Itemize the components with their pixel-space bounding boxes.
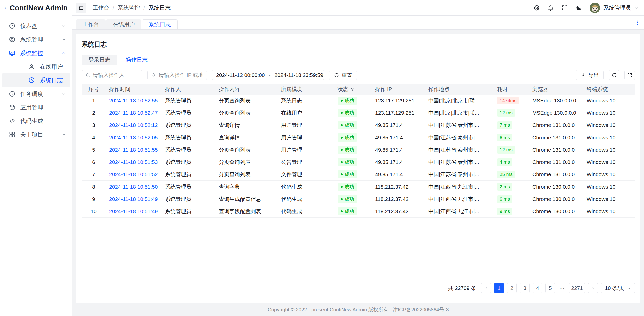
nav-tab-online-users[interactable]: 在线用户 <box>106 19 141 29</box>
pagination-ellipsis[interactable]: ⋯ <box>558 283 566 293</box>
sidebar-collapse-button[interactable] <box>76 3 86 13</box>
card-spacer <box>82 218 635 283</box>
chevron-down-icon <box>62 132 66 137</box>
tab-operation-log[interactable]: 操作日志 <box>119 55 154 65</box>
time-link[interactable]: 2024-11-18 10:52:55 <box>109 98 158 104</box>
fullscreen-icon[interactable] <box>561 5 568 11</box>
col-status: 状态 <box>334 86 372 93</box>
time-link[interactable]: 2024-11-18 10:51:53 <box>109 159 158 165</box>
dashboard-icon <box>9 22 16 29</box>
cell-ip: 118.212.37.42 <box>372 184 425 190</box>
time-link[interactable]: 2024-11-18 10:51:55 <box>109 147 158 153</box>
operator-search-input[interactable] <box>93 72 139 78</box>
pagination-page-1[interactable]: 1 <box>494 283 504 293</box>
cell-time: 2024-11-18 10:52:12 <box>106 122 162 128</box>
cell-operator: 系统管理员 <box>162 146 215 153</box>
time-link[interactable]: 2024-11-18 10:51:49 <box>109 208 158 214</box>
sidebar-item-label: 关于项目 <box>20 131 43 139</box>
status-badge: 成功 <box>338 121 357 129</box>
pagination-page-4[interactable]: 4 <box>533 283 542 293</box>
moon-icon[interactable] <box>576 5 582 11</box>
cell-status: 成功 <box>334 170 372 178</box>
nav-tab-workbench[interactable]: 工作台 <box>76 19 106 29</box>
chevron-down-icon <box>62 92 66 96</box>
duration-badge: 12 ms <box>497 146 515 154</box>
export-button[interactable]: 导出 <box>576 70 604 80</box>
ip-search-field[interactable] <box>147 70 207 80</box>
status-dot <box>341 210 343 212</box>
cell-time: 2024-11-18 10:52:55 <box>106 98 162 104</box>
time-link[interactable]: 2024-11-18 10:52:05 <box>109 134 158 141</box>
bell-icon[interactable] <box>547 5 554 11</box>
user-icon <box>28 63 35 70</box>
sidebar-item-dashboard[interactable]: 仪表盘 <box>0 19 72 33</box>
table-body: 12024-11-18 10:52:55系统管理员分页查询列表系统日志成功123… <box>82 95 635 218</box>
chevron-left-icon <box>484 286 488 290</box>
chevron-down-icon <box>62 24 66 28</box>
sidebar-item-system-log[interactable]: 系统日志 <box>2 73 70 87</box>
user-name: 系统管理员 <box>603 4 631 12</box>
cell-browser: Chrome 131.0.0.0 <box>529 122 583 128</box>
status-badge: 成功 <box>338 146 357 154</box>
time-link[interactable]: 2024-11-18 10:51:49 <box>109 196 158 202</box>
filter-funnel-icon[interactable] <box>350 87 355 92</box>
cell-content: 查询详情 <box>215 134 277 141</box>
pagination-page-2[interactable]: 2 <box>507 283 517 293</box>
cell-index: 2 <box>82 110 106 116</box>
sidebar-item-about-project[interactable]: 关于项目 <box>0 128 72 141</box>
nav-tab-system-log[interactable]: 系统日志 <box>142 19 178 29</box>
cell-status: 成功 <box>334 207 372 215</box>
status-badge: 成功 <box>338 97 357 105</box>
time-link[interactable]: 2024-11-18 10:52:47 <box>109 110 158 116</box>
ip-search-input[interactable] <box>159 72 203 78</box>
sidebar-item-system-monitor[interactable]: 系统监控 <box>0 46 72 60</box>
cell-content: 分页查询列表 <box>215 171 277 178</box>
time-link[interactable]: 2024-11-18 10:51:52 <box>109 171 158 177</box>
operator-search-field[interactable] <box>82 70 142 80</box>
cell-location: 中国|江苏省|泰州市|... <box>425 122 494 129</box>
cell-browser: MSEdge 130.0.0.0 <box>529 110 583 116</box>
breadcrumb-item[interactable]: 系统监控 <box>118 4 140 12</box>
cell-operator: 系统管理员 <box>162 183 215 190</box>
status-dot <box>341 186 343 188</box>
cell-os: Windows 10 <box>583 147 635 153</box>
status-dot <box>341 100 343 102</box>
user-menu[interactable]: 系统管理员 <box>590 3 638 13</box>
status-badge: 成功 <box>338 183 357 191</box>
cell-duration: 6 ms <box>494 134 529 141</box>
cell-ip: 118.212.37.42 <box>372 196 425 202</box>
pagination-prev-button[interactable] <box>481 283 491 293</box>
refresh-table-button[interactable] <box>609 70 619 80</box>
cell-operator: 系统管理员 <box>162 109 215 116</box>
vertical-dots-icon[interactable] <box>635 20 640 25</box>
chevron-up-icon <box>62 51 66 55</box>
sidebar-item-app-management[interactable]: 应用管理 <box>0 101 72 114</box>
tab-login-log[interactable]: 登录日志 <box>82 55 117 65</box>
cell-duration: 25 ms <box>494 171 529 178</box>
date-range-picker[interactable]: 2024-11-12 00:00:00 - 2024-11-18 23:59:5… <box>212 70 324 80</box>
page-size-select[interactable]: 10 条/页 <box>601 283 635 293</box>
table-row: 32024-11-18 10:52:12系统管理员查询详情用户管理成功49.85… <box>82 119 635 131</box>
sidebar-item-task-scheduler[interactable]: 任务调度 <box>0 87 72 101</box>
breadcrumb-item[interactable]: 工作台 <box>93 4 109 12</box>
pagination-page-2271[interactable]: 2271 <box>569 283 585 293</box>
status-dot <box>341 149 343 151</box>
status-badge: 成功 <box>338 207 357 215</box>
sidebar-item-code-generation[interactable]: 代码生成 <box>0 114 72 128</box>
pagination-page-3[interactable]: 3 <box>520 283 530 293</box>
pagination-page-5[interactable]: 5 <box>545 283 555 293</box>
time-link[interactable]: 2024-11-18 10:52:12 <box>109 122 158 128</box>
table-row: 52024-11-18 10:51:55系统管理员分页查询列表用户管理成功49.… <box>82 144 635 156</box>
sidebar-item-label: 仪表盘 <box>20 22 37 30</box>
pagination-next-button[interactable] <box>588 283 598 293</box>
settings-gear-icon[interactable] <box>533 5 540 11</box>
time-link[interactable]: 2024-11-18 10:51:50 <box>109 184 158 190</box>
table-fullscreen-button[interactable] <box>624 70 635 80</box>
cell-content: 分页查询列表 <box>215 97 277 104</box>
sidebar-item-system-management[interactable]: 系统管理 <box>0 33 72 46</box>
sidebar-item-online-users[interactable]: 在线用户 <box>2 60 70 73</box>
table-header: 序号 操作时间 操作人 操作内容 所属模块 状态 操作 IP 操作地点 耗时 浏… <box>82 84 635 95</box>
reset-button[interactable]: 重置 <box>329 70 357 80</box>
cell-module: 代码生成 <box>277 183 334 190</box>
status-dot <box>341 112 343 114</box>
